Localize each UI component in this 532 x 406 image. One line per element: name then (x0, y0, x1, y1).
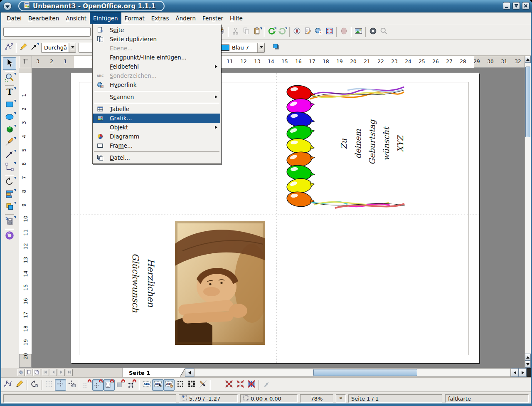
gallery-button[interactable] (353, 27, 364, 37)
horizontal-scroll-thumb[interactable] (313, 369, 417, 376)
show-grid-button[interactable] (44, 379, 55, 391)
maximize-button[interactable] (512, 2, 520, 10)
ellipse-tool[interactable] (3, 111, 16, 124)
combo-dropdown-button[interactable] (258, 43, 264, 52)
picture-placeholder-button[interactable] (212, 379, 223, 391)
rectangle-tool[interactable] (3, 99, 16, 111)
scroll-down-button[interactable] (525, 361, 531, 368)
navigator-button[interactable] (291, 27, 302, 37)
menu-item-datei[interactable]: Datei... (93, 153, 220, 162)
insert-object-tool[interactable] (3, 215, 16, 228)
menu-item-ebene[interactable]: Ebene... (93, 44, 220, 53)
snap-to-object-points-button[interactable] (126, 379, 137, 391)
edit-points-mode-button[interactable] (2, 379, 14, 391)
menu-extras[interactable]: Extras (148, 12, 172, 24)
view-mode-master-button[interactable] (25, 369, 32, 376)
guides-to-front-button[interactable] (66, 379, 77, 391)
last-page-button[interactable] (66, 369, 73, 376)
line-dialog-button[interactable] (18, 42, 29, 53)
stylist-button[interactable] (302, 27, 313, 37)
card-inside-text[interactable]: HerzlichenGlückwunsch (127, 252, 158, 314)
lines-arrows-tool[interactable] (3, 149, 16, 161)
snap-to-grid-button[interactable] (81, 379, 92, 391)
connector-tool[interactable] (3, 161, 16, 174)
view-mode-page-button[interactable] (17, 369, 25, 376)
menu-einfugen[interactable]: Einfügen (90, 12, 121, 24)
menu-item-hyperlink[interactable]: Hyperlink (93, 80, 220, 89)
menu-item-fangpunkt-linie-einfugen[interactable]: Fangpunkt/-linie einfügen... (93, 53, 220, 62)
menu-item-diagramm[interactable]: Diagramm (93, 132, 220, 141)
horizontal-scroll-track[interactable] (194, 368, 511, 377)
contour-placeholder-button[interactable] (223, 379, 234, 391)
window-menu-button[interactable] (3, 2, 12, 10)
menu-item-feldbefehl[interactable]: Feldbefehl (93, 62, 220, 71)
3d-objects-tool[interactable] (3, 124, 16, 136)
search-button[interactable] (378, 27, 389, 37)
scroll-up-button[interactable] (525, 56, 531, 63)
page-tab[interactable]: Seite 1 (123, 368, 186, 377)
close-button[interactable] (522, 2, 530, 10)
select-text-area-only-button[interactable]: ABC (152, 379, 163, 391)
line-placeholder-button[interactable] (246, 379, 257, 391)
menu-ansicht[interactable]: Ansicht (62, 12, 90, 24)
next-page-button[interactable] (58, 369, 65, 376)
quick-edit-button[interactable]: ABC (141, 379, 152, 391)
combo-dropdown-button[interactable] (69, 43, 76, 52)
effects-tool[interactable] (3, 230, 16, 243)
menu-item-frame[interactable]: Frame... (93, 141, 220, 150)
menu-item-grafik[interactable]: Grafik... (93, 114, 220, 123)
vertical-scroll-thumb[interactable] (525, 67, 530, 137)
menu-item-seite[interactable]: Seite (93, 25, 220, 35)
undo-button[interactable] (266, 27, 277, 37)
fill-color-combo[interactable]: Blau 7 (216, 43, 265, 53)
arrange-tool[interactable] (3, 201, 16, 213)
cut-button[interactable] (230, 27, 241, 37)
shadow-button[interactable] (271, 42, 281, 53)
menu-item-sonderzeichen[interactable]: ABCSonderzeichen... (93, 71, 220, 80)
menu-datei[interactable]: Datei (3, 12, 25, 24)
snap-to-guides-button[interactable] (92, 379, 103, 391)
menu-item-seite-duplizieren[interactable]: Seite duplizieren (93, 35, 220, 44)
zoom-button[interactable] (324, 27, 335, 37)
edit-points-button[interactable] (3, 42, 14, 53)
double-click-to-edit-text-button[interactable]: ABC (163, 379, 175, 391)
curve-tool[interactable] (3, 136, 16, 149)
scroll-right-button[interactable] (519, 368, 527, 377)
rotate-tool[interactable] (3, 176, 16, 188)
large-handles-button[interactable] (186, 379, 197, 391)
horizontal-scrollbar[interactable] (185, 368, 531, 377)
url-field[interactable] (3, 27, 91, 37)
menu-item-scannen[interactable]: Scannen (93, 92, 220, 102)
menu-item-objekt[interactable]: Objekt (93, 123, 220, 132)
simple-handles-button[interactable] (175, 379, 186, 391)
text-tool[interactable]: T (3, 87, 16, 99)
menu-item-tabelle[interactable]: Tabelle (93, 104, 220, 114)
menu-andern[interactable]: Ändern (172, 12, 199, 24)
card-front-text[interactable]: ZudeinemGeburtstagwünschtXYZ (337, 123, 407, 165)
menu-bearbeiten[interactable]: Bearbeiten (25, 12, 62, 24)
hyperlink-bar-button[interactable] (313, 27, 324, 37)
scroll-left-button[interactable] (185, 368, 194, 377)
scroll-left-button-right[interactable] (511, 368, 519, 377)
menu-format[interactable]: Format (121, 12, 148, 24)
text-placeholder-button[interactable] (234, 379, 246, 391)
exit-all-groups-button[interactable] (261, 379, 272, 391)
zoom-tool[interactable] (3, 72, 16, 84)
copy-button[interactable] (241, 27, 251, 37)
line-style-combo[interactable]: Durchgä (41, 43, 76, 53)
edit-line-button[interactable] (14, 379, 25, 391)
menu-fenster[interactable]: Fenster (199, 12, 227, 24)
select-tool[interactable] (3, 57, 16, 70)
restore-button[interactable] (277, 27, 288, 37)
arrow-ends-button[interactable] (29, 42, 39, 53)
scroll-up-button-bottom[interactable] (525, 354, 531, 361)
snap-to-object-border-button[interactable] (115, 379, 126, 391)
menu-hilfe[interactable]: Hilfe (227, 12, 246, 24)
show-guides-button[interactable] (55, 379, 66, 391)
alignment-tool[interactable] (3, 188, 16, 201)
create-with-attributes-button[interactable] (197, 379, 208, 391)
paste-button[interactable] (251, 27, 262, 37)
stop-loading-button[interactable] (367, 27, 378, 37)
vertical-scrollbar[interactable] (525, 56, 531, 368)
cherub-image[interactable] (175, 221, 265, 345)
